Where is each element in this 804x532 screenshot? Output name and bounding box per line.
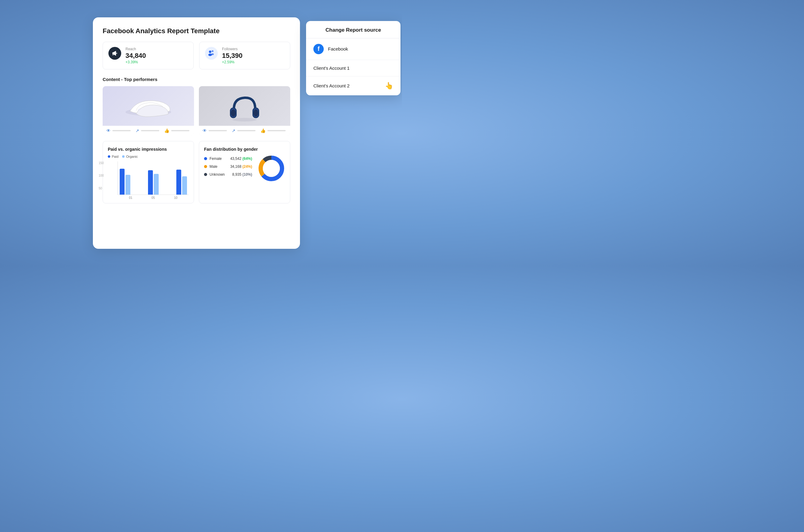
legend-left-male: Male <box>204 165 217 169</box>
dropdown-item-facebook[interactable]: f Facebook <box>306 38 401 60</box>
bar-chart-wrapper: 150 100 50 <box>108 162 189 200</box>
followers-value: 15,390 <box>222 52 243 60</box>
y-label-100: 100 <box>99 174 104 177</box>
bar-chart-card: Paid vs. organic impressions Paid Organi… <box>103 141 194 204</box>
svg-point-0 <box>116 53 117 54</box>
svg-point-14 <box>232 118 257 121</box>
share-icon-2: ↗ <box>232 128 235 133</box>
bar-paid-10 <box>176 170 181 195</box>
facebook-icon: f <box>313 44 324 54</box>
main-report-card: Facebook Analytics Report Template Reach… <box>93 17 300 249</box>
bar-paid-01 <box>120 169 125 195</box>
reach-value: 34,840 <box>126 52 146 60</box>
reach-change: +3.39% <box>126 60 146 64</box>
shoes-likes: 👍 <box>164 128 189 133</box>
shares-bar <box>141 130 159 131</box>
bar-group-05 <box>148 170 159 195</box>
svg-point-12 <box>231 109 236 117</box>
legend-organic: Organic <box>122 155 138 158</box>
male-value: 34,168 (24%) <box>230 165 252 169</box>
facebook-label: Facebook <box>328 46 348 52</box>
donut-legend: Female 43,542 (64%) Male 34,168 (24%) <box>204 156 252 180</box>
svg-point-5 <box>211 53 214 55</box>
legend-left-unknown: Unknown <box>204 172 225 177</box>
legend-left-female: Female <box>204 156 222 161</box>
like-icon-2: 👍 <box>261 128 266 133</box>
x-label-01: 01 <box>129 196 132 200</box>
account1-label: Client's Account 1 <box>313 65 350 71</box>
dropdown-header: Change Report source <box>306 21 401 38</box>
eye-icon: 👁 <box>106 128 111 133</box>
organic-dot <box>122 155 125 158</box>
views-bar <box>112 130 131 131</box>
followers-label: Followers <box>222 47 243 51</box>
reach-info: Reach 34,840 +3.39% <box>126 47 146 64</box>
x-label-05: 05 <box>151 196 155 200</box>
headphones-shares: ↗ <box>232 128 255 133</box>
change-report-source-dropdown: Change Report source f Facebook Client's… <box>306 21 401 95</box>
shares-bar-2 <box>237 130 255 131</box>
x-label-10: 10 <box>174 196 177 200</box>
svg-point-13 <box>253 109 258 117</box>
donut-section: Female 43,542 (64%) Male 34,168 (24%) <box>204 155 285 182</box>
female-value: 43,542 (64%) <box>230 156 252 161</box>
bar-chart <box>118 162 189 195</box>
followers-metric-card: Followers 15,390 +2.59% <box>199 42 290 70</box>
y-axis-labels: 150 100 50 <box>99 162 104 200</box>
share-icon: ↗ <box>135 128 139 133</box>
female-circle <box>204 157 207 160</box>
like-icon: 👍 <box>164 128 169 133</box>
unknown-label: Unknown <box>210 172 225 177</box>
dropdown-item-account2[interactable]: Client's Account 2 👆 <box>306 76 401 95</box>
bar-group-10 <box>176 170 187 195</box>
charts-row: Paid vs. organic impressions Paid Organi… <box>103 141 290 204</box>
shoes-image <box>103 86 194 126</box>
paid-dot <box>108 155 110 158</box>
bar-chart-legend: Paid Organic <box>108 155 189 158</box>
likes-bar <box>171 130 189 131</box>
svg-point-18 <box>263 160 280 177</box>
headphones-stats: 👁 ↗ 👍 <box>199 126 290 135</box>
eye-icon-2: 👁 <box>203 128 207 133</box>
bar-x-labels: 01 05 10 <box>118 195 189 200</box>
views-bar-2 <box>209 130 227 131</box>
unknown-value: 8,935 (10%) <box>232 172 252 177</box>
legend-row-unknown: Unknown 8,935 (10%) <box>204 172 252 177</box>
organic-label: Organic <box>126 155 138 158</box>
legend-paid: Paid <box>108 155 118 158</box>
headphones-likes: 👍 <box>261 128 286 133</box>
y-label-150: 150 <box>99 162 104 165</box>
followers-change: +2.59% <box>222 60 243 64</box>
metrics-row: Reach 34,840 +3.39% Followers 15,390 +2.… <box>103 42 290 70</box>
donut-chart-svg <box>257 155 285 182</box>
likes-bar-2 <box>267 130 286 131</box>
dropdown-title: Change Report source <box>326 27 381 33</box>
headphones-product-card: 👁 ↗ 👍 <box>199 86 290 135</box>
male-circle <box>204 165 207 168</box>
svg-point-3 <box>212 50 213 52</box>
reach-metric-card: Reach 34,840 +3.39% <box>103 42 194 70</box>
megaphone-icon <box>109 47 121 60</box>
report-title: Facebook Analytics Report Template <box>103 27 290 35</box>
shoes-views: 👁 <box>106 128 131 133</box>
bar-group-01 <box>120 169 130 195</box>
legend-row-male: Male 34,168 (24%) <box>204 165 252 169</box>
bar-organic-10 <box>182 176 187 195</box>
reach-label: Reach <box>126 47 146 51</box>
shoes-shares: ↗ <box>135 128 159 133</box>
headphones-image <box>199 86 290 126</box>
shoes-stats: 👁 ↗ 👍 <box>103 126 194 135</box>
shoes-product-card: 👁 ↗ 👍 <box>103 86 194 135</box>
donut-chart-card: Fan distribution by gender Female 43,542… <box>199 141 290 204</box>
svg-point-2 <box>209 51 211 53</box>
people-icon <box>205 47 218 60</box>
cursor-pointer-icon: 👆 <box>385 82 393 90</box>
bar-chart-title: Paid vs. organic impressions <box>108 147 189 152</box>
followers-info: Followers 15,390 +2.59% <box>222 47 243 64</box>
paid-label: Paid <box>112 155 118 158</box>
unknown-circle <box>204 173 207 176</box>
account2-label: Client's Account 2 <box>313 83 350 88</box>
bar-paid-05 <box>148 170 153 195</box>
dropdown-item-account1[interactable]: Client's Account 1 <box>306 60 401 76</box>
legend-row-female: Female 43,542 (64%) <box>204 156 252 161</box>
